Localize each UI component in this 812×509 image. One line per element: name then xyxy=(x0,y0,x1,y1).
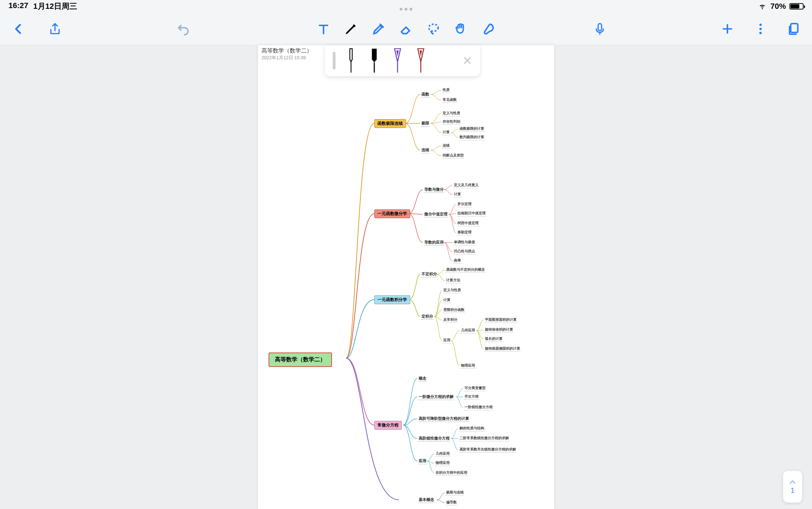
node-b2[interactable]: 一元函数微分学 xyxy=(374,209,410,218)
pages-button[interactable] xyxy=(786,21,801,37)
node-b3[interactable]: 一元函数积分学 xyxy=(374,295,410,304)
leaf[interactable]: 变限积分函数 xyxy=(443,307,465,313)
root-node[interactable]: 高等数学（数学二） xyxy=(269,352,332,367)
battery-icon xyxy=(789,3,804,10)
leaf[interactable]: 反常积分 xyxy=(443,317,458,323)
svg-rect-5 xyxy=(791,24,798,32)
svg-point-3 xyxy=(759,27,762,30)
leaf[interactable]: 解的性质与结构 xyxy=(459,426,485,431)
leaf[interactable]: 函数极限的计算 xyxy=(459,126,485,132)
leaf[interactable]: 凹凸性与拐点 xyxy=(453,249,476,255)
node[interactable]: 一阶微分方程的求解 xyxy=(418,394,454,400)
leaf[interactable]: 存在性判别 xyxy=(442,119,461,125)
node[interactable]: 基本概念 xyxy=(418,497,435,503)
leaf[interactable]: 常见函数 xyxy=(442,97,457,103)
leaf[interactable]: 拉格朗日中值定理 xyxy=(457,211,486,216)
node[interactable]: 应用 xyxy=(418,458,427,464)
multitask-dots[interactable] xyxy=(400,8,412,11)
leaf[interactable]: 泰勒定理 xyxy=(457,230,472,235)
wifi-icon xyxy=(758,3,767,10)
leaf[interactable]: 应用 xyxy=(443,338,451,343)
node[interactable]: 高阶线性微分方程 xyxy=(418,436,450,442)
node-b1[interactable]: 函数极限连续 xyxy=(374,119,406,128)
leaf[interactable]: 计算 xyxy=(453,192,462,197)
leaf[interactable]: 性质 xyxy=(442,87,450,93)
page-nav[interactable]: 1 xyxy=(783,471,802,503)
svg-rect-1 xyxy=(598,24,602,31)
page-number: 1 xyxy=(791,486,794,495)
leaf[interactable]: 定义及几何意义 xyxy=(453,183,479,188)
svg-point-0 xyxy=(429,24,438,31)
leaf[interactable]: 旋转体体积的计算 xyxy=(484,327,514,333)
leaf[interactable]: 罗尔定理 xyxy=(457,202,472,207)
mindmap: 高等数学（数学二） 函数极限连续 函数 性质 常见函数 极限 定义与性质 存在性… xyxy=(258,45,554,509)
highlighter-tool[interactable] xyxy=(371,21,386,37)
mindmap-edges xyxy=(258,45,554,509)
eraser-tool[interactable] xyxy=(398,21,414,37)
status-time: 16:27 xyxy=(8,1,28,12)
svg-point-4 xyxy=(759,32,762,34)
node[interactable]: 函数 xyxy=(421,92,430,98)
node[interactable]: 导数的应用 xyxy=(424,240,444,246)
share-button[interactable] xyxy=(47,21,63,37)
node[interactable]: 微分中值定理 xyxy=(424,211,448,217)
leaf[interactable]: 高阶常系数齐次线性微分方程的求解 xyxy=(459,447,517,453)
leaf[interactable]: 平面图形面积的计算 xyxy=(484,317,517,323)
node-b4[interactable]: 常微分方程 xyxy=(374,421,402,430)
back-button[interactable] xyxy=(11,21,26,37)
node[interactable]: 概念 xyxy=(418,376,427,382)
leaf[interactable]: 物理应用 xyxy=(435,460,450,466)
leaf[interactable]: 定义与性质 xyxy=(443,288,462,293)
leaf[interactable]: 在积分方程中的应用 xyxy=(435,470,468,476)
leaf[interactable]: 计算 xyxy=(443,298,451,303)
lasso-tool[interactable] xyxy=(426,21,441,37)
mic-button[interactable] xyxy=(592,21,608,37)
more-button[interactable] xyxy=(753,21,768,37)
node[interactable]: 极限 xyxy=(421,121,430,127)
leaf[interactable]: 弧长的计算 xyxy=(484,336,503,342)
toolbar xyxy=(0,13,812,45)
add-button[interactable] xyxy=(720,21,735,37)
leaf[interactable]: 原函数与不定积分的概念 xyxy=(445,267,486,273)
hand-tool[interactable] xyxy=(453,21,469,37)
leaf[interactable]: 柯西中值定理 xyxy=(457,221,479,226)
leaf[interactable]: 偏导数 xyxy=(445,500,457,505)
leaf[interactable]: 二阶常系数线性微分方程的求解 xyxy=(459,436,510,441)
node[interactable]: 不定积分 xyxy=(421,271,438,277)
leaf[interactable]: 间断点及类型 xyxy=(442,153,465,159)
leaf[interactable]: 定义与性质 xyxy=(442,111,461,116)
node[interactable]: 连续 xyxy=(421,147,430,153)
workspace[interactable]: 高等数学（数学二） 2022年1月12日 15:39 ✕ xyxy=(0,45,812,509)
leaf[interactable]: 曲率 xyxy=(453,258,462,264)
node[interactable]: 定积分 xyxy=(421,314,434,320)
leaf[interactable]: 几何应用 xyxy=(435,451,450,457)
node[interactable]: 高阶可降阶型微分方程的计算 xyxy=(418,416,470,422)
leaf[interactable]: 计算方法 xyxy=(445,278,461,283)
status-date: 1月12日周三 xyxy=(33,1,77,12)
chevron-up-icon xyxy=(789,479,796,484)
leaf[interactable]: 几何应用 xyxy=(460,328,476,333)
status-bar: 16:27 1月12日周三 70% xyxy=(0,0,812,13)
text-tool[interactable] xyxy=(316,21,331,37)
node[interactable]: 导数与微分 xyxy=(424,187,444,193)
battery-pct: 70% xyxy=(770,2,786,11)
leaf[interactable]: 极限与连续 xyxy=(445,490,465,496)
note-page[interactable]: 高等数学（数学二） 2022年1月12日 15:39 ✕ xyxy=(258,45,554,509)
undo-button[interactable] xyxy=(176,21,191,37)
pen-tool[interactable] xyxy=(343,21,359,37)
leaf[interactable]: 连续 xyxy=(442,143,450,149)
leaf[interactable]: 数列极限的计算 xyxy=(459,135,485,140)
leaf[interactable]: 一阶线性微分方程 xyxy=(464,405,493,410)
leaf[interactable]: 计算 xyxy=(442,130,450,135)
leaf[interactable]: 可分离变量型 xyxy=(464,386,486,391)
leaf[interactable]: 物理应用 xyxy=(460,363,476,369)
svg-point-2 xyxy=(759,24,762,26)
shape-tool[interactable] xyxy=(481,21,496,37)
leaf[interactable]: 旋转曲面侧面积的计算 xyxy=(484,346,521,352)
leaf[interactable]: 齐次方程 xyxy=(464,394,479,400)
leaf[interactable]: 单调性与极值 xyxy=(453,240,476,245)
